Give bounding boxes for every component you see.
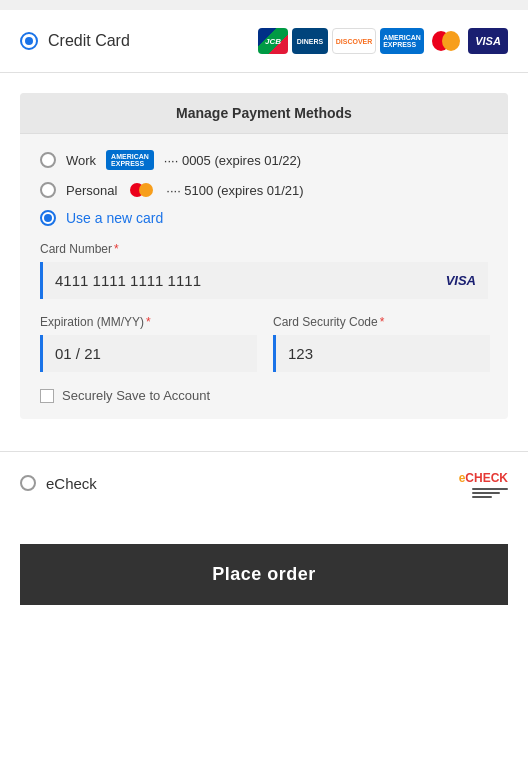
- mastercard-logo: [428, 28, 464, 54]
- personal-mc-orange: [139, 183, 153, 197]
- exp-security-row: Expiration (MM/YY) * Card Security Code …: [40, 315, 488, 372]
- personal-card-option[interactable]: Personal ···· 5100 (expires 01/21): [40, 182, 488, 198]
- place-order-section: Place order: [0, 514, 528, 625]
- echeck-line-3: [472, 496, 492, 498]
- card-logos: JCB DINERS DISCOVER AMERICANEXPRESS VISA: [258, 28, 508, 54]
- save-checkbox-label: Securely Save to Account: [62, 388, 210, 403]
- expiration-field: Expiration (MM/YY) *: [40, 315, 257, 372]
- manage-section: Manage Payment Methods Work AMERICANEXPR…: [0, 73, 528, 439]
- place-order-button[interactable]: Place order: [20, 544, 508, 605]
- card-number-label: Card Number *: [40, 242, 488, 256]
- amex-logo: AMERICANEXPRESS: [380, 28, 424, 54]
- echeck-logo-text: eCHECK: [459, 468, 508, 486]
- card-number-field: Card Number * VISA: [40, 242, 488, 299]
- credit-card-section[interactable]: Credit Card JCB DINERS DISCOVER AMERICAN…: [0, 10, 528, 73]
- work-card-info: ···· 0005 (expires 01/22): [164, 153, 301, 168]
- expiration-required: *: [146, 315, 151, 329]
- new-card-radio-dot: [44, 214, 52, 222]
- work-card-radio[interactable]: [40, 152, 56, 168]
- diners-logo: DINERS: [292, 28, 328, 54]
- mc-orange-circle: [442, 31, 460, 51]
- card-number-input[interactable]: [43, 262, 446, 299]
- card-number-wrapper: VISA: [40, 262, 488, 299]
- save-checkbox[interactable]: [40, 389, 54, 403]
- security-code-wrapper: [273, 335, 490, 372]
- new-card-radio[interactable]: [40, 210, 56, 226]
- card-number-required: *: [114, 242, 119, 256]
- personal-master-badge: [127, 182, 156, 198]
- personal-card-label: Personal: [66, 183, 117, 198]
- security-code-field: Card Security Code *: [273, 315, 490, 372]
- visa-inline-label: VISA: [446, 273, 488, 288]
- personal-card-radio[interactable]: [40, 182, 56, 198]
- expiration-label: Expiration (MM/YY) *: [40, 315, 257, 329]
- echeck-logo: eCHECK: [459, 468, 508, 498]
- radio-inner: [25, 37, 33, 45]
- new-card-label: Use a new card: [66, 210, 163, 226]
- echeck-lines: [472, 488, 508, 498]
- security-code-input[interactable]: [276, 335, 490, 372]
- manage-body: Work AMERICANEXPRESS ···· 0005 (expires …: [20, 134, 508, 419]
- expiration-wrapper: [40, 335, 257, 372]
- credit-card-title: Credit Card: [48, 32, 130, 50]
- personal-card-info: ···· 5100 (expires 01/21): [166, 183, 303, 198]
- security-code-label: Card Security Code *: [273, 315, 490, 329]
- new-card-option[interactable]: Use a new card: [40, 210, 488, 226]
- work-amex-badge: AMERICANEXPRESS: [106, 150, 154, 170]
- echeck-label: eCheck: [46, 475, 97, 492]
- manage-header: Manage Payment Methods: [20, 93, 508, 134]
- security-code-required: *: [380, 315, 385, 329]
- discover-logo: DISCOVER: [332, 28, 376, 54]
- jcb-logo: JCB: [258, 28, 288, 54]
- expiration-input[interactable]: [43, 335, 257, 372]
- work-card-label: Work: [66, 153, 96, 168]
- echeck-line-1: [472, 488, 508, 490]
- work-card-option[interactable]: Work AMERICANEXPRESS ···· 0005 (expires …: [40, 150, 488, 170]
- credit-card-left: Credit Card: [20, 32, 130, 50]
- echeck-section[interactable]: eCheck eCHECK: [0, 451, 528, 514]
- echeck-left: eCheck: [20, 475, 97, 492]
- echeck-check: CHECK: [465, 471, 508, 485]
- visa-logo: VISA: [468, 28, 508, 54]
- manage-box: Manage Payment Methods Work AMERICANEXPR…: [20, 93, 508, 419]
- echeck-line-2: [472, 492, 500, 494]
- save-checkbox-row[interactable]: Securely Save to Account: [40, 388, 488, 403]
- credit-card-radio[interactable]: [20, 32, 38, 50]
- echeck-radio[interactable]: [20, 475, 36, 491]
